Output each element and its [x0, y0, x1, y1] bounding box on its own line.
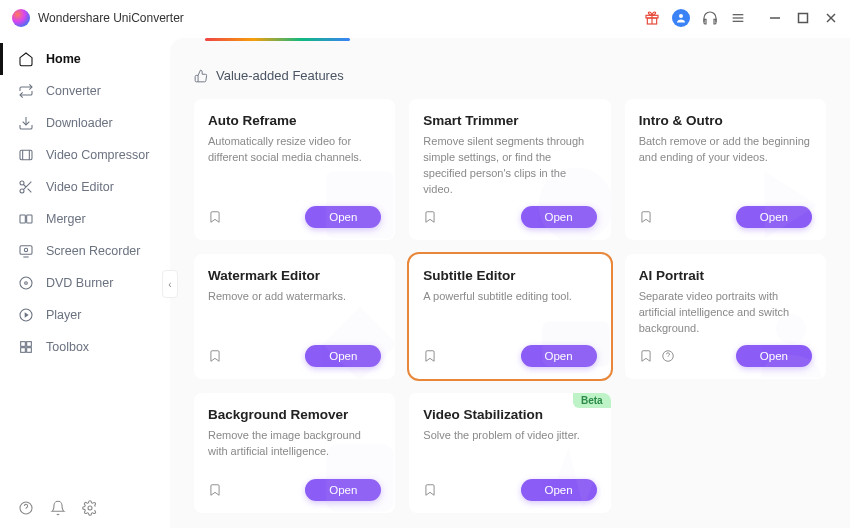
svg-point-26 — [25, 282, 28, 285]
section-header: Value-added Features — [194, 68, 826, 83]
sidebar-collapse-handle[interactable]: ‹ — [162, 270, 178, 298]
maximize-button[interactable] — [796, 11, 810, 25]
card-title: AI Portrait — [639, 268, 812, 283]
sidebar-item-player[interactable]: Player — [0, 299, 170, 331]
minimize-button[interactable] — [768, 11, 782, 25]
sidebar-item-converter[interactable]: Converter — [0, 75, 170, 107]
card-title: Background Remover — [208, 407, 381, 422]
svg-point-41 — [776, 314, 806, 344]
card-bg-icon — [531, 433, 611, 513]
card-background-remover: Background Remover Remove the image back… — [194, 393, 395, 513]
menu-icon[interactable] — [730, 10, 746, 26]
downloader-icon — [18, 115, 34, 131]
support-icon[interactable] — [702, 10, 718, 26]
title-bar: Wondershare UniConverter — [0, 0, 850, 35]
bookmark-icon[interactable] — [639, 210, 653, 224]
gift-icon[interactable] — [644, 10, 660, 26]
card-bg-icon — [531, 160, 611, 240]
card-ai-portrait: AI Portrait Separate video portraits wit… — [625, 254, 826, 379]
card-title: Auto Reframe — [208, 113, 381, 128]
sidebar-bottom — [0, 488, 170, 528]
sidebar-item-label: Home — [46, 52, 81, 66]
user-avatar[interactable] — [672, 9, 690, 27]
bookmark-icon[interactable] — [208, 349, 222, 363]
app-logo-wrap: Wondershare UniConverter — [12, 9, 184, 27]
card-bg-icon — [531, 299, 611, 379]
merger-icon — [18, 211, 34, 227]
svg-point-37 — [538, 167, 611, 240]
bookmark-icon[interactable] — [208, 210, 222, 224]
svg-rect-44 — [327, 444, 395, 512]
svg-point-15 — [20, 181, 24, 185]
svg-rect-22 — [20, 246, 32, 255]
sidebar-item-video-compressor[interactable]: Video Compressor — [0, 139, 170, 171]
sidebar-item-label: Screen Recorder — [46, 244, 141, 258]
svg-marker-38 — [765, 171, 818, 239]
bookmark-icon[interactable] — [423, 210, 437, 224]
svg-rect-29 — [21, 342, 26, 347]
sidebar-item-label: Video Editor — [46, 180, 114, 194]
disc-icon — [18, 275, 34, 291]
svg-marker-28 — [25, 312, 29, 317]
grid-icon — [18, 339, 34, 355]
sidebar-item-downloader[interactable]: Downloader — [0, 107, 170, 139]
svg-rect-32 — [27, 348, 32, 353]
svg-rect-40 — [542, 321, 610, 366]
card-intro-outro: Intro & Outro Batch remove or add the be… — [625, 99, 826, 240]
beta-badge: Beta — [573, 393, 611, 408]
svg-rect-36 — [327, 171, 395, 239]
thumbs-up-icon — [194, 69, 208, 83]
feature-cards-grid: Auto Reframe Automatically resize video … — [194, 99, 826, 513]
home-icon — [18, 51, 34, 67]
svg-rect-8 — [799, 13, 808, 22]
sidebar-item-label: Merger — [46, 212, 86, 226]
card-title: Subtitle Editor — [423, 268, 596, 283]
sidebar-item-home[interactable]: Home — [0, 43, 170, 75]
sidebar-item-video-editor[interactable]: Video Editor — [0, 171, 170, 203]
bookmark-icon[interactable] — [423, 483, 437, 497]
svg-point-3 — [679, 14, 683, 18]
card-auto-reframe: Auto Reframe Automatically resize video … — [194, 99, 395, 240]
card-watermark-editor: Watermark Editor Remove or add watermark… — [194, 254, 395, 379]
converter-icon — [18, 83, 34, 99]
card-bg-icon — [746, 299, 826, 379]
app-logo-icon — [12, 9, 30, 27]
card-title: Smart Trimmer — [423, 113, 596, 128]
settings-icon[interactable] — [82, 500, 98, 516]
bookmark-icon[interactable] — [208, 483, 222, 497]
bell-icon[interactable] — [50, 500, 66, 516]
sidebar-item-label: Player — [46, 308, 81, 322]
svg-rect-20 — [20, 215, 25, 223]
sidebar-item-merger[interactable]: Merger — [0, 203, 170, 235]
svg-rect-31 — [21, 348, 26, 353]
recorder-icon — [18, 243, 34, 259]
play-icon — [18, 307, 34, 323]
scissors-icon — [18, 179, 34, 195]
card-title: Intro & Outro — [639, 113, 812, 128]
svg-rect-21 — [27, 215, 32, 223]
card-subtitle-editor: Subtitle Editor A powerful subtitle edit… — [409, 254, 610, 379]
sidebar-item-label: Toolbox — [46, 340, 89, 354]
svg-rect-39 — [323, 306, 395, 378]
compressor-icon — [18, 147, 34, 163]
svg-rect-12 — [20, 150, 32, 159]
bookmark-icon[interactable] — [423, 349, 437, 363]
svg-point-16 — [20, 189, 24, 193]
card-bg-icon — [315, 299, 395, 379]
sidebar-item-screen-recorder[interactable]: Screen Recorder — [0, 235, 170, 267]
card-bg-icon — [315, 160, 395, 240]
card-video-stabilization: Beta Video Stabilization Solve the probl… — [409, 393, 610, 513]
sidebar-item-label: Downloader — [46, 116, 113, 130]
card-bg-icon — [315, 433, 395, 513]
bookmark-icon[interactable] — [639, 349, 653, 363]
card-title: Video Stabilization — [423, 407, 596, 422]
help-small-icon[interactable] — [661, 349, 675, 363]
sidebar-item-toolbox[interactable]: Toolbox — [0, 331, 170, 363]
sidebar-item-dvd-burner[interactable]: DVD Burner — [0, 267, 170, 299]
help-icon[interactable] — [18, 500, 34, 516]
close-button[interactable] — [824, 11, 838, 25]
app-title: Wondershare UniConverter — [38, 11, 184, 25]
card-title: Watermark Editor — [208, 268, 381, 283]
titlebar-actions — [644, 9, 838, 27]
section-title: Value-added Features — [216, 68, 344, 83]
